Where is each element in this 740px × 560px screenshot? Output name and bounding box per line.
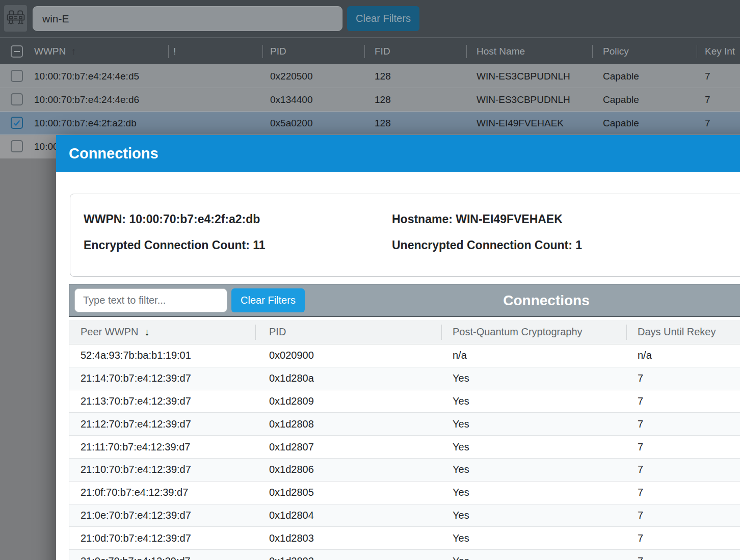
days-until-rekey-value: n/a (626, 344, 740, 367)
key-interval-value: 7 (697, 112, 740, 135)
column-header-alert[interactable]: ! (168, 38, 262, 64)
dialog-title: Connections (69, 145, 158, 162)
dialog-body: WWPN: 10:00:70:b7:e4:2f:a2:db Hostname: … (56, 172, 740, 560)
row-checkbox[interactable] (11, 117, 23, 129)
pid-value: 0x020900 (255, 344, 441, 367)
connection-row: 21:0d:70:b7:e4:12:39:d7 0x1d2803 Yes 7 (69, 527, 740, 550)
post-quantum-cryptography-value: Yes (441, 459, 626, 481)
connection-row: 21:14:70:b7:e4:12:39:d7 0x1d280a Yes 7 (69, 367, 740, 390)
days-until-rekey-value: 7 (626, 459, 740, 481)
alert-value (168, 88, 262, 111)
post-quantum-cryptography-value: Yes (441, 367, 626, 390)
connection-row: 21:13:70:b7:e4:12:39:d7 0x1d2809 Yes 7 (69, 390, 740, 413)
alert-value (168, 112, 262, 135)
column-header-policy[interactable]: Policy (592, 38, 697, 64)
sort-descending-icon: ↓ (144, 326, 149, 338)
column-header-days-until-rekey[interactable]: Days Until Rekey (626, 320, 740, 344)
days-until-rekey-value: 7 (626, 504, 740, 527)
background-toolbar: Clear Filters (0, 0, 740, 38)
column-header-pid[interactable]: PID (255, 320, 441, 344)
summary-wwpn: WWPN: 10:00:70:b7:e4:2f:a2:db (84, 212, 392, 226)
connections-table-header: Peer WWPN ↓ PID Post-Quantum Cryptograph… (69, 320, 740, 344)
column-header-key-interval[interactable]: Key Int (697, 38, 740, 64)
wwpn-value: 10:00:70:b7:e4:24:4e:d6 (0, 88, 168, 111)
summary-encrypted-count: Encrypted Connection Count: 11 (84, 238, 392, 252)
table-row[interactable]: 10:00:70:b7:e4:2f:a2:db 0x5a0200 128 WIN… (0, 112, 740, 135)
peer-wwpn-value: 21:0c:70:b7:e4:12:39:d7 (69, 550, 255, 560)
post-quantum-cryptography-value: n/a (441, 344, 626, 367)
column-header-host-name[interactable]: Host Name (466, 38, 592, 64)
background-search-input[interactable] (33, 6, 342, 31)
connection-summary-card: WWPN: 10:00:70:b7:e4:2f:a2:db Hostname: … (70, 194, 740, 277)
peer-wwpn-value: 52:4a:93:7b:ba:b1:19:01 (69, 344, 255, 367)
column-divider (364, 45, 365, 58)
peer-wwpn-value: 21:0d:70:b7:e4:12:39:d7 (69, 527, 255, 549)
fid-value: 128 (364, 65, 466, 88)
connection-row: 21:0e:70:b7:e4:12:39:d7 0x1d2804 Yes 7 (69, 504, 740, 527)
wwpn-value: 10:00:70:b7:e4:2f:a2:db (0, 112, 168, 135)
column-divider (262, 45, 263, 58)
connections-table-body: 52:4a:93:7b:ba:b1:19:01 0x020900 n/a n/a… (69, 344, 740, 560)
column-divider (466, 45, 467, 58)
clear-filters-button[interactable]: Clear Filters (231, 288, 305, 312)
column-divider (168, 45, 169, 58)
table-row[interactable]: 10:00:70:b7:e4:24:4e:d6 0x134400 128 WIN… (0, 88, 740, 112)
background-clear-filters-button[interactable]: Clear Filters (347, 6, 419, 31)
policy-value: Capable (592, 65, 697, 88)
column-header-peer-wwpn[interactable]: Peer WWPN ↓ (69, 320, 255, 344)
days-until-rekey-value: 7 (626, 482, 740, 504)
days-until-rekey-value: 7 (626, 367, 740, 390)
pid-value: 0x134400 (262, 88, 364, 111)
pid-value: 0x1d2807 (255, 436, 441, 458)
alert-value (168, 65, 262, 88)
policy-value: Capable (592, 88, 697, 111)
column-header-post-quantum-cryptography[interactable]: Post-Quantum Cryptography (441, 320, 626, 344)
post-quantum-cryptography-value: Yes (441, 413, 626, 435)
host-name-value: WIN-ES3CBPUDNLH (466, 65, 592, 88)
peer-wwpn-value: 21:11:70:b7:e4:12:39:d7 (69, 436, 255, 458)
background-table-header: WWPN ↑ ! PID FID Host Name Policy Key In… (0, 38, 740, 65)
column-divider (697, 45, 697, 58)
table-row[interactable]: 10:00:70:b7:e4:24:4e:d5 0x220500 128 WIN… (0, 65, 740, 88)
post-quantum-cryptography-value: Yes (441, 482, 626, 504)
peer-wwpn-value: 21:0f:70:b7:e4:12:39:d7 (69, 482, 255, 504)
policy-value: Capable (592, 112, 697, 135)
select-all-checkbox[interactable] (11, 45, 23, 58)
pid-value: 0x1d2805 (255, 482, 441, 504)
post-quantum-cryptography-value: Yes (441, 504, 626, 527)
filter-text-input[interactable] (74, 288, 227, 312)
row-checkbox[interactable] (11, 140, 23, 152)
days-until-rekey-value: 7 (626, 550, 740, 560)
pid-value: 0x1d2802 (255, 550, 441, 560)
fid-value: 128 (364, 112, 466, 135)
dual-connector-icon (4, 5, 27, 32)
sort-ascending-icon: ↑ (71, 45, 76, 57)
column-divider (592, 45, 593, 58)
host-name-value: WIN-EI49FVEHAEK (466, 112, 592, 135)
app-window: Clear Filters WWPN ↑ ! PID FID Host Name… (0, 0, 740, 560)
pid-value: 0x1d2804 (255, 504, 441, 527)
column-header-fid[interactable]: FID (364, 38, 466, 64)
post-quantum-cryptography-value: Yes (441, 527, 626, 549)
peer-wwpn-value: 21:13:70:b7:e4:12:39:d7 (69, 390, 255, 413)
connection-row: 21:0f:70:b7:e4:12:39:d7 0x1d2805 Yes 7 (69, 482, 740, 504)
connections-dialog: Connections WWPN: 10:00:70:b7:e4:2f:a2:d… (56, 135, 740, 560)
column-header-pid[interactable]: PID (262, 38, 364, 64)
pid-value: 0x1d280a (255, 367, 441, 390)
column-divider (626, 325, 627, 340)
row-checkbox[interactable] (11, 70, 23, 82)
column-header-wwpn[interactable]: WWPN ↑ (0, 38, 168, 64)
connections-filter-bar: Clear Filters Connections (69, 284, 740, 317)
connections-table: Peer WWPN ↓ PID Post-Quantum Cryptograph… (69, 320, 740, 560)
row-checkbox[interactable] (11, 93, 23, 105)
peer-wwpn-value: 21:14:70:b7:e4:12:39:d7 (69, 367, 255, 390)
pid-value: 0x1d2808 (255, 413, 441, 435)
connection-row: 21:10:70:b7:e4:12:39:d7 0x1d2806 Yes 7 (69, 459, 740, 482)
pid-value: 0x1d2803 (255, 527, 441, 549)
days-until-rekey-value: 7 (626, 413, 740, 435)
pid-value: 0x1d2806 (255, 459, 441, 481)
peer-wwpn-value: 21:12:70:b7:e4:12:39:d7 (69, 413, 255, 435)
connection-row: 21:12:70:b7:e4:12:39:d7 0x1d2808 Yes 7 (69, 413, 740, 436)
post-quantum-cryptography-value: Yes (441, 550, 626, 560)
wwpn-value: 10:00:70:b7:e4:24:4e:d5 (0, 65, 168, 88)
